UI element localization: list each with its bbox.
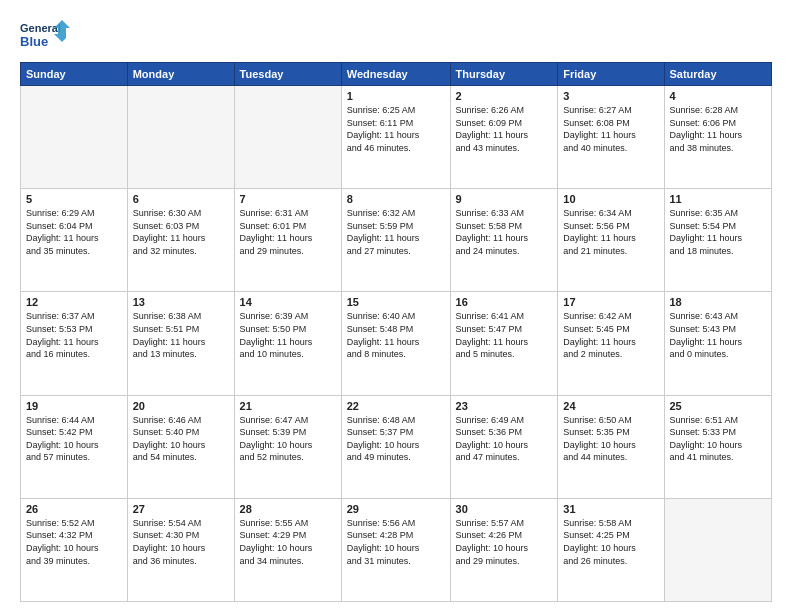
calendar-cell: 15Sunrise: 6:40 AM Sunset: 5:48 PM Dayli… [341, 292, 450, 395]
day-number: 16 [456, 296, 553, 308]
day-number: 31 [563, 503, 658, 515]
day-info: Sunrise: 6:26 AM Sunset: 6:09 PM Dayligh… [456, 104, 553, 154]
day-info: Sunrise: 5:56 AM Sunset: 4:28 PM Dayligh… [347, 517, 445, 567]
calendar-cell: 9Sunrise: 6:33 AM Sunset: 5:58 PM Daylig… [450, 189, 558, 292]
day-info: Sunrise: 6:39 AM Sunset: 5:50 PM Dayligh… [240, 310, 336, 360]
day-number: 4 [670, 90, 767, 102]
calendar-cell: 10Sunrise: 6:34 AM Sunset: 5:56 PM Dayli… [558, 189, 664, 292]
calendar-cell: 14Sunrise: 6:39 AM Sunset: 5:50 PM Dayli… [234, 292, 341, 395]
day-info: Sunrise: 6:32 AM Sunset: 5:59 PM Dayligh… [347, 207, 445, 257]
calendar-cell: 31Sunrise: 5:58 AM Sunset: 4:25 PM Dayli… [558, 498, 664, 601]
day-number: 9 [456, 193, 553, 205]
day-number: 19 [26, 400, 122, 412]
day-number: 25 [670, 400, 767, 412]
day-number: 18 [670, 296, 767, 308]
calendar-cell: 27Sunrise: 5:54 AM Sunset: 4:30 PM Dayli… [127, 498, 234, 601]
calendar-week-row: 1Sunrise: 6:25 AM Sunset: 6:11 PM Daylig… [21, 86, 772, 189]
calendar-cell: 5Sunrise: 6:29 AM Sunset: 6:04 PM Daylig… [21, 189, 128, 292]
day-number: 17 [563, 296, 658, 308]
calendar-cell: 16Sunrise: 6:41 AM Sunset: 5:47 PM Dayli… [450, 292, 558, 395]
day-info: Sunrise: 6:41 AM Sunset: 5:47 PM Dayligh… [456, 310, 553, 360]
calendar-page: General Blue SundayMondayTuesdayWednesda… [0, 0, 792, 612]
day-info: Sunrise: 6:51 AM Sunset: 5:33 PM Dayligh… [670, 414, 767, 464]
calendar-cell: 19Sunrise: 6:44 AM Sunset: 5:42 PM Dayli… [21, 395, 128, 498]
day-info: Sunrise: 6:35 AM Sunset: 5:54 PM Dayligh… [670, 207, 767, 257]
day-info: Sunrise: 6:44 AM Sunset: 5:42 PM Dayligh… [26, 414, 122, 464]
calendar-cell: 12Sunrise: 6:37 AM Sunset: 5:53 PM Dayli… [21, 292, 128, 395]
day-number: 1 [347, 90, 445, 102]
calendar-cell: 26Sunrise: 5:52 AM Sunset: 4:32 PM Dayli… [21, 498, 128, 601]
calendar-cell: 7Sunrise: 6:31 AM Sunset: 6:01 PM Daylig… [234, 189, 341, 292]
weekday-header-sunday: Sunday [21, 63, 128, 86]
calendar-cell [21, 86, 128, 189]
svg-text:Blue: Blue [20, 34, 48, 49]
calendar-cell: 8Sunrise: 6:32 AM Sunset: 5:59 PM Daylig… [341, 189, 450, 292]
calendar-week-row: 12Sunrise: 6:37 AM Sunset: 5:53 PM Dayli… [21, 292, 772, 395]
calendar-cell [664, 498, 772, 601]
day-number: 30 [456, 503, 553, 515]
day-number: 21 [240, 400, 336, 412]
day-number: 24 [563, 400, 658, 412]
calendar-cell: 2Sunrise: 6:26 AM Sunset: 6:09 PM Daylig… [450, 86, 558, 189]
day-info: Sunrise: 6:28 AM Sunset: 6:06 PM Dayligh… [670, 104, 767, 154]
day-number: 7 [240, 193, 336, 205]
day-info: Sunrise: 5:52 AM Sunset: 4:32 PM Dayligh… [26, 517, 122, 567]
calendar-cell: 22Sunrise: 6:48 AM Sunset: 5:37 PM Dayli… [341, 395, 450, 498]
day-number: 23 [456, 400, 553, 412]
day-number: 22 [347, 400, 445, 412]
day-number: 26 [26, 503, 122, 515]
weekday-header-wednesday: Wednesday [341, 63, 450, 86]
day-info: Sunrise: 6:42 AM Sunset: 5:45 PM Dayligh… [563, 310, 658, 360]
calendar-week-row: 5Sunrise: 6:29 AM Sunset: 6:04 PM Daylig… [21, 189, 772, 292]
day-info: Sunrise: 5:58 AM Sunset: 4:25 PM Dayligh… [563, 517, 658, 567]
day-number: 14 [240, 296, 336, 308]
calendar-cell: 30Sunrise: 5:57 AM Sunset: 4:26 PM Dayli… [450, 498, 558, 601]
calendar-cell: 25Sunrise: 6:51 AM Sunset: 5:33 PM Dayli… [664, 395, 772, 498]
calendar-cell: 28Sunrise: 5:55 AM Sunset: 4:29 PM Dayli… [234, 498, 341, 601]
day-info: Sunrise: 6:25 AM Sunset: 6:11 PM Dayligh… [347, 104, 445, 154]
calendar-cell: 18Sunrise: 6:43 AM Sunset: 5:43 PM Dayli… [664, 292, 772, 395]
logo: General Blue [20, 18, 72, 54]
day-info: Sunrise: 6:33 AM Sunset: 5:58 PM Dayligh… [456, 207, 553, 257]
day-number: 29 [347, 503, 445, 515]
weekday-header-row: SundayMondayTuesdayWednesdayThursdayFrid… [21, 63, 772, 86]
day-number: 11 [670, 193, 767, 205]
day-number: 6 [133, 193, 229, 205]
weekday-header-friday: Friday [558, 63, 664, 86]
day-number: 3 [563, 90, 658, 102]
day-info: Sunrise: 6:46 AM Sunset: 5:40 PM Dayligh… [133, 414, 229, 464]
weekday-header-tuesday: Tuesday [234, 63, 341, 86]
calendar-week-row: 19Sunrise: 6:44 AM Sunset: 5:42 PM Dayli… [21, 395, 772, 498]
day-number: 5 [26, 193, 122, 205]
day-number: 13 [133, 296, 229, 308]
day-number: 2 [456, 90, 553, 102]
calendar-cell: 6Sunrise: 6:30 AM Sunset: 6:03 PM Daylig… [127, 189, 234, 292]
day-number: 27 [133, 503, 229, 515]
calendar-week-row: 26Sunrise: 5:52 AM Sunset: 4:32 PM Dayli… [21, 498, 772, 601]
day-info: Sunrise: 5:55 AM Sunset: 4:29 PM Dayligh… [240, 517, 336, 567]
day-info: Sunrise: 6:34 AM Sunset: 5:56 PM Dayligh… [563, 207, 658, 257]
calendar-cell: 17Sunrise: 6:42 AM Sunset: 5:45 PM Dayli… [558, 292, 664, 395]
day-info: Sunrise: 6:47 AM Sunset: 5:39 PM Dayligh… [240, 414, 336, 464]
calendar-cell: 21Sunrise: 6:47 AM Sunset: 5:39 PM Dayli… [234, 395, 341, 498]
day-info: Sunrise: 6:50 AM Sunset: 5:35 PM Dayligh… [563, 414, 658, 464]
day-info: Sunrise: 6:27 AM Sunset: 6:08 PM Dayligh… [563, 104, 658, 154]
day-info: Sunrise: 6:49 AM Sunset: 5:36 PM Dayligh… [456, 414, 553, 464]
calendar-cell: 13Sunrise: 6:38 AM Sunset: 5:51 PM Dayli… [127, 292, 234, 395]
calendar-cell: 20Sunrise: 6:46 AM Sunset: 5:40 PM Dayli… [127, 395, 234, 498]
calendar-cell [127, 86, 234, 189]
calendar-cell: 24Sunrise: 6:50 AM Sunset: 5:35 PM Dayli… [558, 395, 664, 498]
calendar-cell: 4Sunrise: 6:28 AM Sunset: 6:06 PM Daylig… [664, 86, 772, 189]
day-info: Sunrise: 6:38 AM Sunset: 5:51 PM Dayligh… [133, 310, 229, 360]
day-number: 15 [347, 296, 445, 308]
day-info: Sunrise: 6:30 AM Sunset: 6:03 PM Dayligh… [133, 207, 229, 257]
day-info: Sunrise: 6:31 AM Sunset: 6:01 PM Dayligh… [240, 207, 336, 257]
day-number: 20 [133, 400, 229, 412]
day-info: Sunrise: 6:37 AM Sunset: 5:53 PM Dayligh… [26, 310, 122, 360]
header: General Blue [20, 18, 772, 54]
calendar-cell: 29Sunrise: 5:56 AM Sunset: 4:28 PM Dayli… [341, 498, 450, 601]
weekday-header-monday: Monday [127, 63, 234, 86]
day-number: 28 [240, 503, 336, 515]
day-info: Sunrise: 6:48 AM Sunset: 5:37 PM Dayligh… [347, 414, 445, 464]
day-info: Sunrise: 5:57 AM Sunset: 4:26 PM Dayligh… [456, 517, 553, 567]
